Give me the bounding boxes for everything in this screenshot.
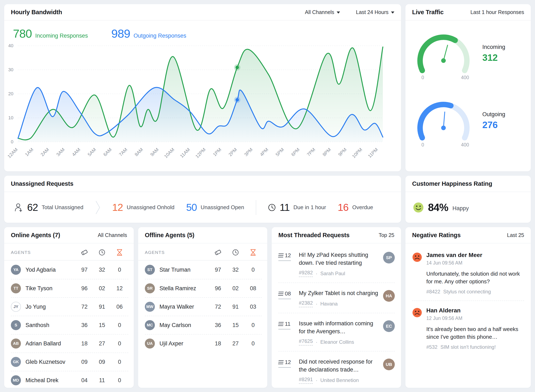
customer-name: United Bennetion: [320, 377, 359, 383]
avatar: MC: [145, 320, 155, 330]
overdue-column-icon: [111, 249, 128, 256]
thread-meta: #7625 · Eleanor Collins: [299, 338, 379, 346]
thread-title: Did not received response for the declar…: [299, 358, 379, 374]
svg-text:1PM: 1PM: [212, 147, 222, 157]
customer-name: Sarah Paul: [320, 271, 345, 276]
offline-agents-card: Offline Agents (5) AGENTS: [138, 227, 267, 388]
happiness-card: Customer Happiness Rating 84% Happy: [405, 176, 531, 223]
customer-name: Han Alderan: [426, 307, 524, 314]
agent-row[interactable]: S Santhosh 36 15 0: [11, 316, 128, 334]
negative-ratings-list: James van der Meer 14 Jun 09:56 AM Unfor…: [405, 243, 531, 388]
agent-row[interactable]: YA Yod Agbaria 97 32 0: [11, 261, 128, 279]
most-threaded-title: Most Threaded Requests: [278, 232, 349, 239]
negative-rating-item[interactable]: James van der Meer 14 Jun 09:56 AM Unfor…: [412, 246, 524, 300]
agent-row[interactable]: MC May Carlson 36 15 0: [145, 316, 262, 334]
thread-item[interactable]: 12 Hi! My zPad Keeps shutting down. I’ve…: [278, 245, 395, 283]
ticket-id[interactable]: #2382: [299, 300, 313, 307]
happiness-label: Happy: [452, 205, 469, 212]
outgoing-gauge-row: 0400 Outgoing 276: [405, 88, 531, 155]
stat-overdue[interactable]: 16 Overdue: [338, 202, 373, 213]
agent-row[interactable]: MD Micheal Drek 04 11 0: [11, 371, 128, 388]
bandwidth-legend: 780 Incoming Responses 989 Outgoing Resp…: [4, 20, 401, 40]
chevron-down-icon: [337, 11, 340, 14]
svg-text:400: 400: [461, 75, 469, 80]
agent-tickets-count: 36: [76, 322, 93, 328]
agent-response-time: 91: [227, 304, 244, 310]
thread-item[interactable]: 12 Did not received response for the dec…: [278, 351, 395, 388]
agent-row[interactable]: AB Adrian Ballard 18 27 0: [11, 334, 128, 353]
agent-row[interactable]: TT Tike Tyson 96 02 12: [11, 279, 128, 297]
ticket-id[interactable]: #7625: [299, 338, 313, 346]
svg-text:12PM: 12PM: [194, 147, 206, 159]
online-agents-column-header: AGENTS: [4, 243, 134, 261]
person-add-icon: [14, 203, 23, 212]
thread-list: 12 Hi! My zPad Keeps shutting down. I’ve…: [272, 243, 401, 388]
agent-response-time: 15: [93, 322, 111, 328]
time-range-dropdown[interactable]: Last 24 Hours: [356, 9, 394, 15]
stat-total-unassigned[interactable]: 62 Total Unassigned: [14, 202, 83, 213]
online-agents-channel-filter[interactable]: All Channels: [98, 232, 127, 238]
agent-overdue-count: 0: [244, 340, 262, 347]
offline-agents-column-header: AGENTS: [138, 243, 267, 261]
svg-text:4PM: 4PM: [259, 147, 269, 157]
overdue-column-icon: [244, 249, 262, 256]
agent-overdue-count: 03: [244, 304, 262, 310]
top-25-filter[interactable]: Top 25: [379, 232, 394, 238]
avatar: GK: [11, 357, 21, 367]
incoming-label: Incoming Responses: [35, 33, 88, 39]
agent-overdue-count: 0: [244, 322, 262, 328]
outgoing-gauge: 0400: [410, 92, 479, 155]
ticket-id[interactable]: #9282: [299, 270, 313, 277]
ticket-id[interactable]: #532: [426, 344, 437, 350]
ticket-icon: [81, 249, 88, 256]
avatar: JY: [11, 302, 21, 312]
agent-name: Gleb Kuznetsov: [25, 359, 65, 365]
stat-unassigned-open[interactable]: 50 Unassigned Open: [186, 202, 244, 213]
stat-unassigned-onhold[interactable]: 12 Unassigned Onhold: [112, 202, 175, 213]
svg-text:8PM: 8PM: [322, 147, 332, 157]
agent-row[interactable]: JY Jo Yung 72 91 06: [11, 297, 128, 316]
meta-separator-dot: ·: [316, 271, 317, 276]
time-range-label: Last 24 Hours: [356, 9, 389, 15]
last-25-filter[interactable]: Last 25: [507, 232, 524, 238]
negative-rating-item[interactable]: Han Alderan 12 Jun 09:56 AM It's already…: [412, 300, 524, 356]
agent-row[interactable]: MW Mayra Walker 72 91 03: [145, 297, 262, 316]
agent-response-time: 32: [93, 267, 111, 273]
rating-timestamp: 14 Jun 09:56 AM: [426, 260, 524, 266]
ticket-id[interactable]: #8422: [426, 289, 440, 295]
thread-item[interactable]: 11 Issue with information coming for the…: [278, 313, 395, 351]
thread-item[interactable]: 08 My Zylker Tablet is not charging #238…: [278, 283, 395, 313]
agent-overdue-count: 08: [244, 285, 262, 292]
happiness-value: 84%: [428, 201, 448, 214]
channel-filter-dropdown[interactable]: All Channels: [305, 9, 340, 15]
svg-text:8AM: 8AM: [134, 147, 144, 157]
tickets-column-icon: [76, 249, 93, 256]
agent-name: Ujil Axper: [159, 340, 183, 347]
incoming-gauge-row: 0400 Incoming 312: [405, 20, 531, 88]
agent-row[interactable]: GK Gleb Kuznetsov 09 09 0: [11, 353, 128, 371]
svg-text:6PM: 6PM: [290, 147, 301, 157]
divider-chevron: [95, 200, 101, 215]
agent-overdue-count: 0: [111, 322, 128, 328]
agent-name: Adrian Ballard: [25, 340, 61, 347]
svg-text:6AM: 6AM: [102, 147, 113, 157]
clock-icon: [268, 204, 276, 211]
avatar: TT: [11, 283, 21, 293]
svg-text:0: 0: [421, 142, 424, 148]
thread-icon: [278, 360, 284, 364]
incoming-gauge-label: Incoming: [482, 44, 505, 50]
svg-text:10PM: 10PM: [351, 147, 363, 159]
svg-text:40: 40: [8, 43, 13, 48]
avatar: UA: [145, 339, 155, 349]
ticket-id[interactable]: #8291: [299, 377, 313, 384]
avatar: MD: [11, 375, 21, 385]
agent-row[interactable]: ST Star Truman 97 32 0: [145, 261, 262, 279]
agent-row[interactable]: SR Stella Ramirez 96 02 08: [145, 279, 262, 297]
avatar: S: [11, 320, 21, 330]
agent-row[interactable]: UA Ujil Axper 18 27 0: [145, 334, 262, 353]
bandwidth-chart: 01020304012AM1AM2AM3AM4AM5AM6AM7AM8AM9AM…: [4, 42, 393, 166]
svg-text:12AM: 12AM: [6, 147, 19, 159]
agent-overdue-count: 0: [244, 267, 262, 273]
customer-avatar: UB: [383, 359, 395, 370]
stat-due-soon[interactable]: 11 Due in 1 hour: [268, 202, 326, 213]
